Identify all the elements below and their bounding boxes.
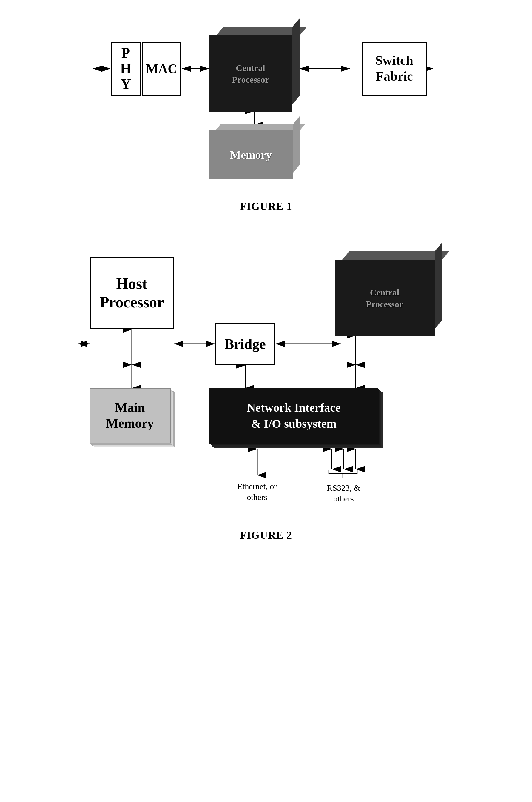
figure2-container: Host Processor CentralProcessor Bridge (24, 242, 508, 541)
host-processor-box: Host Processor (90, 257, 174, 329)
phy-label: P H Y (120, 45, 131, 92)
central-processor-fig2-label: CentralProcessor (366, 286, 403, 310)
memory-fig1: Memory (209, 124, 300, 179)
bridge-label: Bridge (224, 336, 266, 352)
host-processor-label: Host Processor (100, 275, 164, 312)
rs323-label: RS323, & others (320, 483, 367, 504)
main-memory-stack: MainMemory (90, 388, 174, 448)
phy-box: P H Y (111, 42, 141, 95)
figure1-container: P H Y MAC CentralProcessor Switch Fabric (24, 18, 508, 212)
mac-box: MAC (142, 42, 181, 95)
central-processor-fig1: CentralProcessor (209, 27, 300, 112)
figure2-caption: FIGURE 2 (240, 529, 292, 541)
page: P H Y MAC CentralProcessor Switch Fabric (0, 0, 532, 802)
switch-fabric-label: Switch Fabric (375, 53, 413, 85)
memory-fig1-label: Memory (230, 148, 271, 162)
central-processor-fig2: CentralProcessor (335, 251, 442, 336)
figure1-caption: FIGURE 1 (240, 200, 292, 212)
switch-fabric-box: Switch Fabric (362, 42, 427, 95)
main-memory-label: MainMemory (106, 400, 154, 432)
network-interface-stack: Network Interface& I/O subsystem (209, 388, 382, 448)
fig1-diagram: P H Y MAC CentralProcessor Switch Fabric (87, 18, 445, 185)
ethernet-label: Ethernet, or others (233, 481, 281, 503)
mac-label: MAC (146, 61, 177, 76)
fig2-diagram: Host Processor CentralProcessor Bridge (72, 242, 460, 511)
central-processor-fig1-label: CentralProcessor (232, 62, 269, 86)
network-interface-label: Network Interface& I/O subsystem (247, 400, 340, 432)
bridge-box: Bridge (215, 323, 275, 365)
